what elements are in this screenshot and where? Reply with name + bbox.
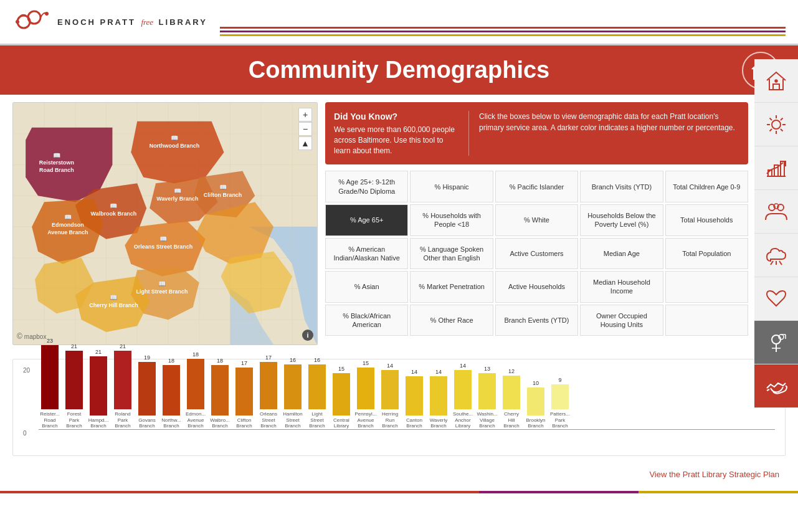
demo-cell-households18[interactable]: % Households with People <18	[410, 204, 493, 236]
bar[interactable]	[381, 370, 399, 409]
header: ENOCH PRATT free LIBRARY	[0, 0, 798, 45]
bar[interactable]	[138, 362, 156, 416]
demo-cell-blank2[interactable]	[665, 305, 748, 336]
bar-value: 23	[47, 338, 53, 344]
strategic-plan-link[interactable]: View the Pratt Library Strategic Plan	[649, 470, 779, 479]
map-section: Reisterstown Road Branch Northwood Branc…	[12, 102, 318, 345]
bar-label: Hampd...Branch	[87, 417, 110, 429]
bar[interactable]	[114, 351, 131, 410]
svg-text:📖: 📖	[219, 183, 227, 191]
demo-cell-total_hh[interactable]: Total Households	[665, 204, 748, 236]
map-svg: Reisterstown Road Branch Northwood Branc…	[13, 103, 317, 344]
bar-label: LightStreetBranch	[306, 411, 328, 429]
bar-value: 12	[508, 368, 515, 374]
bar-group: 19 GovansBranch	[136, 354, 158, 429]
demo-cell-market_pen[interactable]: % Market Penetration	[410, 271, 493, 303]
bar[interactable]	[527, 387, 544, 416]
bar[interactable]	[235, 368, 253, 416]
bar[interactable]	[211, 365, 229, 416]
demo-cell-children[interactable]: Total Children Age 0-9	[665, 171, 748, 202]
bar[interactable]	[284, 364, 302, 409]
page-title: Community Demographics	[11, 57, 787, 83]
bar-value: 18	[168, 358, 174, 364]
demo-cell-owner_occupied[interactable]: Owner Occupied Housing Units	[580, 305, 663, 336]
demo-cell-branch_visits[interactable]: Branch Visits (YTD)	[580, 171, 663, 202]
bar[interactable]	[357, 368, 374, 410]
sun-sidebar-icon[interactable]	[754, 103, 798, 146]
chart-sidebar-icon[interactable]	[754, 146, 798, 190]
zoom-in-button[interactable]: +	[298, 108, 312, 121]
bar-group: 14 CantonBranch	[403, 369, 425, 429]
svg-point-5	[775, 80, 777, 82]
demo-cell-black[interactable]: % Black/African American	[325, 305, 408, 336]
people-sidebar-icon[interactable]	[754, 190, 798, 234]
demo-cell-age65[interactable]: % Age 65+	[325, 204, 408, 236]
bar[interactable]	[551, 384, 569, 410]
cloud-sidebar-icon[interactable]	[754, 234, 798, 277]
bar-value: 15	[338, 366, 344, 372]
bar[interactable]	[65, 351, 83, 410]
heart-sidebar-icon[interactable]	[754, 277, 798, 321]
demo-cell-median_income[interactable]: Median Household Income	[580, 271, 663, 303]
bar[interactable]	[333, 373, 350, 416]
demo-cell-branch_events[interactable]: Branch Events (YTD)	[495, 305, 578, 336]
bar[interactable]	[41, 345, 59, 410]
bar[interactable]	[430, 376, 447, 416]
footer-line-yellow	[639, 491, 798, 493]
bar-value: 16	[314, 357, 320, 363]
bar-group: 16 LightStreetBranch	[306, 357, 328, 429]
demo-cell-age25[interactable]: % Age 25+: 9-12th Grade/No Diploma	[325, 171, 408, 202]
y-axis-min: 0	[23, 430, 27, 437]
bar[interactable]	[163, 365, 180, 416]
bar[interactable]	[478, 373, 496, 410]
bar-value: 21	[71, 343, 77, 349]
bar[interactable]	[90, 356, 107, 416]
bar-value: 21	[120, 343, 126, 349]
svg-line-24	[779, 261, 782, 265]
bar[interactable]	[503, 376, 520, 409]
map-info-button[interactable]: i	[302, 330, 313, 341]
svg-line-11	[770, 118, 772, 120]
zoom-out-button[interactable]: −	[298, 122, 312, 136]
home-sidebar-icon[interactable]	[754, 59, 798, 103]
map-controls[interactable]: + − ▲	[298, 108, 312, 150]
bar-group: 21 Hampd...Branch	[87, 349, 110, 429]
bar-label: Walbro...Branch	[209, 417, 231, 429]
demo-cell-hispanic[interactable]: % Hispanic	[410, 171, 493, 202]
did-you-know-heading: Did You Know?	[334, 112, 397, 121]
svg-text:Reisterstown: Reisterstown	[39, 159, 74, 166]
demo-cell-language[interactable]: % Language Spoken Other than English	[410, 238, 493, 270]
bar-label: Washin...VillageBranch	[476, 411, 498, 429]
svg-text:📖: 📖	[110, 293, 118, 302]
logo-icon	[12, 6, 50, 37]
bar-group: 21 ForestParkBranch	[63, 343, 85, 429]
bar[interactable]	[260, 362, 277, 410]
svg-text:Walbrook Branch: Walbrook Branch	[91, 211, 137, 217]
handshake-sidebar-icon[interactable]	[754, 364, 798, 408]
bar[interactable]	[406, 376, 423, 416]
demo-cell-total_pop[interactable]: Total Population	[665, 238, 748, 270]
bar[interactable]	[187, 359, 204, 409]
main-content: Reisterstown Road Branch Northwood Branc…	[0, 95, 798, 353]
demo-cell-white[interactable]: % White	[495, 204, 578, 236]
bar-label: GovansBranch	[136, 417, 158, 429]
demo-cell-american_indian[interactable]: % American Indian/Alaskan Native	[325, 238, 408, 270]
demo-cell-median_age[interactable]: Median Age	[580, 238, 663, 270]
demo-cell-blank1[interactable]	[665, 271, 748, 303]
demo-cell-poverty[interactable]: Households Below the Poverty Level (%)	[580, 204, 663, 236]
bar-value: 15	[363, 360, 369, 366]
chart-section: 20 0 23 Reister...RoadBranch 21 ForestPa…	[12, 359, 786, 456]
map-container: Reisterstown Road Branch Northwood Branc…	[12, 102, 318, 345]
location-sidebar-icon[interactable]	[754, 321, 798, 364]
demo-cell-other_race[interactable]: % Other Race	[410, 305, 493, 336]
demo-cell-active_hh[interactable]: Active Households	[495, 271, 578, 303]
demo-cell-pacific[interactable]: % Pacific Islander	[495, 171, 578, 202]
svg-line-14	[770, 129, 772, 131]
bar-value: 14	[435, 369, 442, 375]
svg-text:📖: 📖	[53, 151, 61, 159]
demo-cell-asian[interactable]: % Asian	[325, 271, 408, 303]
reset-bearing-button[interactable]: ▲	[298, 136, 312, 150]
bar[interactable]	[308, 364, 326, 409]
demo-cell-active_customers[interactable]: Active Customers	[495, 238, 578, 270]
bar[interactable]	[454, 370, 472, 409]
